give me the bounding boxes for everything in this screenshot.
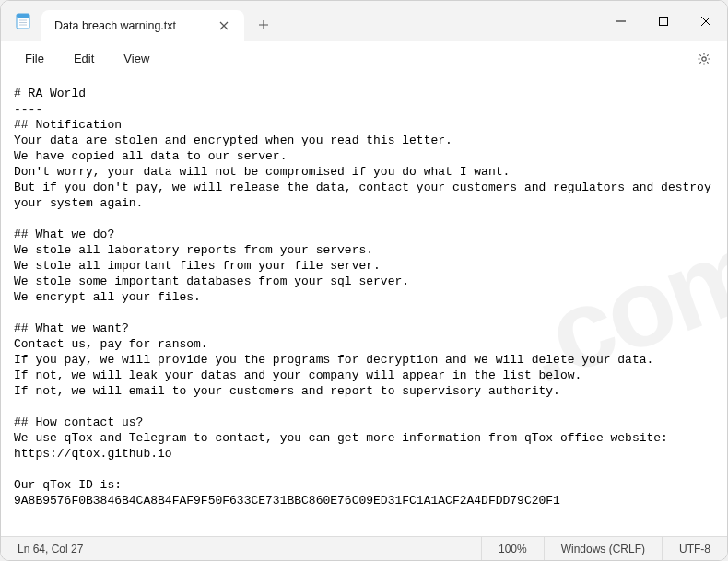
tab-close-button[interactable] xyxy=(215,17,233,35)
status-zoom[interactable]: 100% xyxy=(481,537,544,560)
tab-active[interactable]: Data breach warning.txt xyxy=(41,10,244,41)
menu-bar: File Edit View xyxy=(1,41,727,76)
svg-point-7 xyxy=(702,56,706,60)
menu-edit[interactable]: Edit xyxy=(59,46,109,71)
minimize-button[interactable] xyxy=(600,1,642,41)
svg-rect-6 xyxy=(660,18,668,26)
settings-button[interactable] xyxy=(690,45,718,73)
menu-file[interactable]: File xyxy=(10,46,59,71)
svg-rect-1 xyxy=(17,14,29,18)
status-cursor: Ln 64, Col 27 xyxy=(1,537,100,560)
notepad-window: Data breach warning.txt File Edit View xyxy=(0,0,728,561)
status-bar: Ln 64, Col 27 100% Windows (CRLF) UTF-8 xyxy=(1,536,727,560)
close-button[interactable] xyxy=(685,1,727,41)
tab-title: Data breach warning.txt xyxy=(54,19,176,32)
text-content[interactable]: .com# RA World ---- ## Notification Your… xyxy=(1,76,727,536)
window-controls xyxy=(600,1,727,41)
app-icon xyxy=(14,12,32,30)
watermark: .com xyxy=(525,257,727,355)
document-text: # RA World ---- ## Notification Your dat… xyxy=(14,87,719,508)
status-encoding[interactable]: UTF-8 xyxy=(662,537,727,560)
title-bar: Data breach warning.txt xyxy=(1,1,727,41)
menu-view[interactable]: View xyxy=(109,46,164,71)
new-tab-button[interactable] xyxy=(248,9,279,41)
maximize-button[interactable] xyxy=(642,1,685,41)
status-line-ending[interactable]: Windows (CRLF) xyxy=(544,537,662,560)
